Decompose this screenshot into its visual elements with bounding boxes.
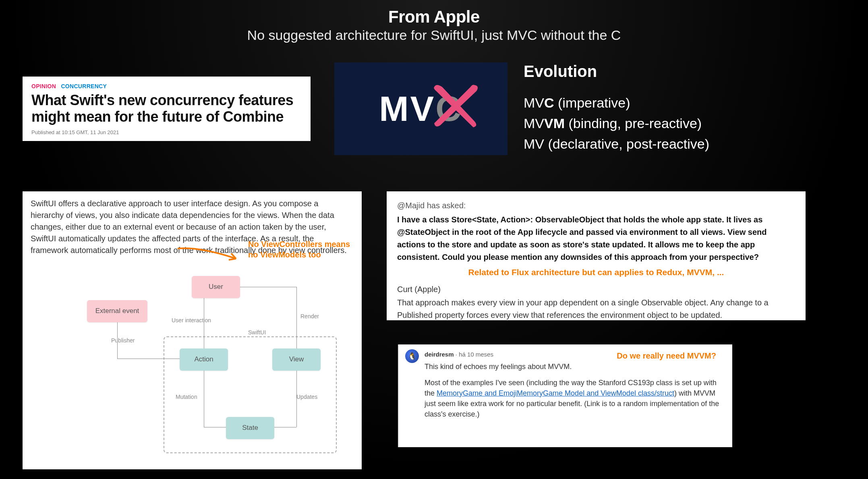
tag-concurrency: CONCURRENCY <box>61 83 107 89</box>
curt-card: @Majid has asked: I have a class Store<S… <box>387 191 806 320</box>
diagram-state: State <box>226 417 274 439</box>
evolution-title: Evolution <box>524 62 830 81</box>
slide-subtitle: No suggested architecture for SwiftUI, j… <box>0 27 868 43</box>
article-card: OPINION CONCURRENCY What Swift's new con… <box>23 77 311 141</box>
article-title: What Swift's new concurrency features mi… <box>31 92 302 125</box>
forum-time: há 10 meses <box>459 351 493 358</box>
label-publisher: Publisher <box>111 336 135 344</box>
label-updates: Updates <box>296 393 317 401</box>
mvx-graphic: MVC <box>334 62 508 155</box>
row-bottom: SwiftUI offers a declarative approach to… <box>0 191 868 479</box>
tag-opinion: OPINION <box>31 83 56 89</box>
mvx-text: MVC <box>379 88 463 129</box>
diagram-user: User <box>192 276 240 298</box>
mvx-prefix: MV <box>379 89 435 129</box>
article-tags: OPINION CONCURRENCY <box>31 83 302 89</box>
forum-user: deirdresm <box>425 351 454 358</box>
curt-flux-note: Related to Flux architecture but can app… <box>397 266 795 279</box>
swiftui-diagram: External event User SwiftUI Action View … <box>87 268 345 461</box>
swiftui-card: SwiftUI offers a declarative approach to… <box>23 191 362 469</box>
forum-tag: Do we really need MVVM? <box>617 350 716 362</box>
avatar-icon: 🐧 <box>405 349 419 363</box>
slide-header: From Apple No suggested architecture for… <box>0 0 868 43</box>
annotation-text: No ViewControllers means no ViewModels t… <box>248 239 361 260</box>
evolution-line-2: MVVM (binding, pre-reactive) <box>524 113 830 134</box>
mvx-crossed: C <box>435 88 463 129</box>
evolution-block: Evolution MVC (imperative) MVVM (binding… <box>524 62 830 154</box>
forum-p1: This kind of echoes my feelings about MV… <box>425 361 724 372</box>
diagram-swiftui-label: SwiftUI <box>248 328 266 336</box>
article-published: Published at 10:15 GMT, 11 Jun 2021 <box>31 129 302 135</box>
evolution-line-3: MV (declarative, post-reactive) <box>524 134 830 154</box>
row-top: OPINION CONCURRENCY What Swift's new con… <box>0 62 868 179</box>
label-mutation: Mutation <box>176 393 197 401</box>
curt-answer: That approach makes every view in your a… <box>397 297 795 321</box>
diagram-view: View <box>272 348 321 371</box>
slide-title: From Apple <box>0 7 868 27</box>
forum-card: 🐧 deirdresm · há 10 meses Do we really n… <box>398 344 732 447</box>
label-render: Render <box>300 312 319 320</box>
forum-p2: Most of the examples I've seen (includin… <box>425 377 724 419</box>
label-user-interaction: User interaction <box>172 316 211 324</box>
forum-link[interactable]: MemoryGame and EmojiMemoryGame Model and… <box>437 389 674 397</box>
diagram-action: Action <box>180 348 228 371</box>
diagram-external-event: External event <box>87 300 147 322</box>
evolution-line-1: MVC (imperative) <box>524 93 830 113</box>
curt-question: I have a class Store<State, Action>: Obs… <box>397 214 795 263</box>
curt-asker: @Majid has asked: <box>397 199 795 212</box>
curt-name: Curt (Apple) <box>397 283 795 296</box>
